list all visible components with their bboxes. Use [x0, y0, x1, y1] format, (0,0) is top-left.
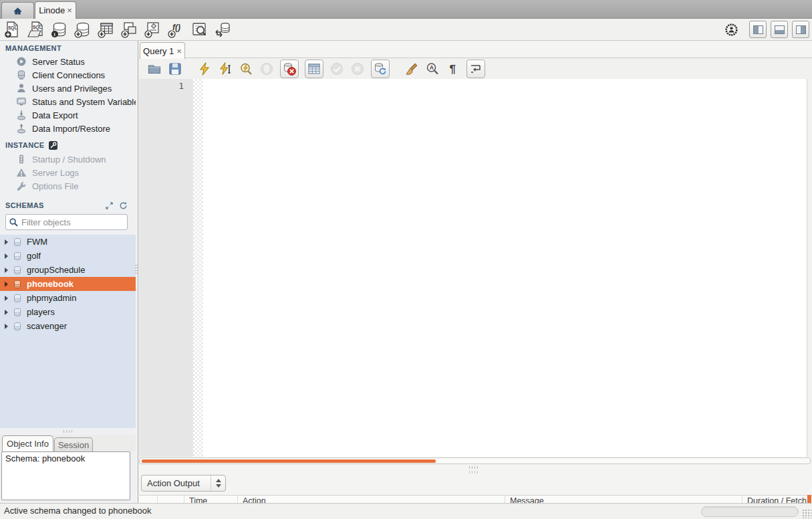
execute-current-icon[interactable] [218, 62, 233, 76]
create-function-icon[interactable]: f() [167, 21, 184, 38]
object-info-text: Schema: phonebook [5, 453, 85, 463]
close-icon[interactable]: × [67, 6, 72, 15]
sidebar-divider [138, 41, 138, 503]
open-sql-script-icon[interactable]: SQL [27, 21, 44, 38]
toolbar-right-controls [724, 21, 809, 38]
sidebar-item-client-connections[interactable]: Client Connections [0, 68, 136, 82]
object-info-panel: Schema: phonebook [1, 451, 130, 500]
output-view-selector[interactable]: Action Output [141, 475, 226, 492]
create-table-icon[interactable] [97, 21, 114, 38]
sidebar-item-server-logs[interactable]: Server Logs [0, 166, 136, 179]
filter-objects-input[interactable] [21, 217, 139, 227]
schema-item-phonebook-selected[interactable]: phonebook [0, 277, 136, 291]
schema-item-groupschedule[interactable]: groupSchedule [0, 263, 136, 277]
editor-vertical-scrollbar[interactable] [807, 79, 812, 457]
sidebar-item-server-status[interactable]: Server Status [0, 55, 136, 68]
schema-filter[interactable] [5, 214, 128, 230]
expander-icon[interactable] [5, 324, 8, 329]
sidebar-item-data-import[interactable]: Data Import/Restore [0, 122, 136, 135]
sidebar-item-status-system-variables[interactable]: Status and System Variables [0, 95, 136, 108]
sidebar-item-startup-shutdown[interactable]: Startup / Shutdown [0, 152, 136, 166]
sidebar-vertical-splitter[interactable] [135, 264, 138, 274]
create-schema-icon[interactable] [74, 21, 91, 38]
output-splitter-handle[interactable] [469, 466, 479, 469]
sidebar-item-data-export[interactable]: Data Export [0, 108, 136, 122]
svg-text:A: A [430, 64, 434, 71]
user-gear-icon[interactable] [724, 23, 738, 37]
refresh-schemas-icon[interactable] [119, 201, 128, 210]
find-icon[interactable]: A [425, 62, 440, 76]
home-icon [13, 7, 22, 15]
show-invisibles-icon[interactable]: ¶ [446, 62, 460, 76]
toggle-autocommit-button[interactable] [371, 60, 390, 78]
explain-icon[interactable] [239, 62, 253, 76]
schema-name: players [27, 307, 55, 317]
autocommit-icon [373, 62, 388, 76]
toggle-bottom-panel-button[interactable] [771, 21, 788, 38]
schema-item-phpmyadmin[interactable]: phpmyadmin [0, 291, 136, 305]
startup-shutdown-icon [16, 154, 27, 165]
expander-icon[interactable] [5, 282, 8, 287]
connection-tab[interactable]: Linode × [35, 1, 76, 19]
execute-icon[interactable] [197, 62, 212, 76]
line-number-gutter: 1 [139, 79, 193, 457]
schema-item-fwm[interactable]: FWM [0, 235, 136, 249]
editor-horizontal-scrollbar[interactable] [139, 457, 811, 464]
toggle-word-wrap-button[interactable] [466, 60, 485, 78]
instance-config-icon[interactable] [49, 141, 57, 150]
stop-icon[interactable] [259, 62, 274, 76]
management-title: MANAGEMENT [5, 44, 61, 52]
new-sql-tab-icon[interactable]: SQL [3, 21, 21, 38]
output-view-selector-label: Action Output [147, 478, 200, 488]
toggle-stop-on-error-button[interactable] [280, 60, 299, 78]
rollback-icon[interactable] [350, 62, 365, 76]
mysql-workbench-window: Linode × SQL SQL i [0, 0, 812, 519]
tab-object-info[interactable]: Object Info [2, 435, 53, 451]
instance-title: INSTANCE [5, 141, 45, 149]
output-splitter-handle-2[interactable] [469, 471, 479, 474]
expander-icon[interactable] [5, 239, 8, 245]
sidebar-item-users-privileges[interactable]: Users and Privileges [0, 82, 136, 95]
svg-text:¶: ¶ [450, 63, 456, 76]
chevron-down-icon [216, 484, 221, 488]
inspect-database-icon[interactable]: i [50, 21, 67, 38]
scrollbar-thumb[interactable] [142, 459, 436, 463]
sql-text-area[interactable] [203, 79, 807, 457]
toggle-right-panel-button[interactable] [792, 21, 809, 38]
create-procedure-icon[interactable] [144, 21, 161, 38]
open-file-icon[interactable] [147, 62, 162, 76]
schemas-section-header: SCHEMAS [0, 199, 136, 211]
reconnect-database-icon[interactable] [214, 21, 231, 38]
schema-item-golf[interactable]: golf [0, 249, 136, 263]
window-resize-grip[interactable] [802, 509, 811, 518]
search-icon [9, 217, 19, 227]
schema-item-players[interactable]: players [0, 305, 136, 319]
expand-schemas-icon[interactable] [105, 201, 114, 210]
tab-session[interactable]: Session [54, 437, 93, 451]
schema-item-scavenger[interactable]: scavenger [0, 319, 136, 333]
home-tab[interactable] [1, 2, 34, 19]
sidebar-item-options-file[interactable]: Options File [0, 179, 136, 193]
sidebar-item-label: Client Connections [32, 70, 105, 80]
query-tab-bar: Query 1 × [139, 41, 812, 58]
search-table-data-icon[interactable] [190, 21, 208, 38]
toggle-limit-rows-button[interactable] [305, 60, 323, 78]
expander-icon[interactable] [5, 296, 8, 301]
beautify-icon[interactable] [404, 62, 419, 76]
save-icon[interactable] [168, 62, 182, 76]
expander-icon[interactable] [5, 253, 8, 259]
toggle-left-panel-button[interactable] [749, 21, 767, 38]
word-wrap-icon [468, 62, 483, 76]
expander-icon[interactable] [5, 310, 8, 315]
query-tab[interactable]: Query 1 × [140, 42, 185, 59]
schema-icon [13, 266, 22, 275]
commit-icon[interactable] [329, 62, 344, 76]
selector-spinner[interactable] [211, 476, 225, 491]
sidebar-splitter-handle[interactable] [63, 430, 73, 433]
close-icon[interactable]: × [176, 47, 182, 56]
expander-icon[interactable] [5, 268, 8, 273]
sql-editor[interactable]: 1 [139, 79, 812, 457]
data-import-icon [16, 123, 27, 134]
schema-name: phpmyadmin [27, 293, 76, 303]
create-view-icon[interactable] [120, 21, 138, 38]
